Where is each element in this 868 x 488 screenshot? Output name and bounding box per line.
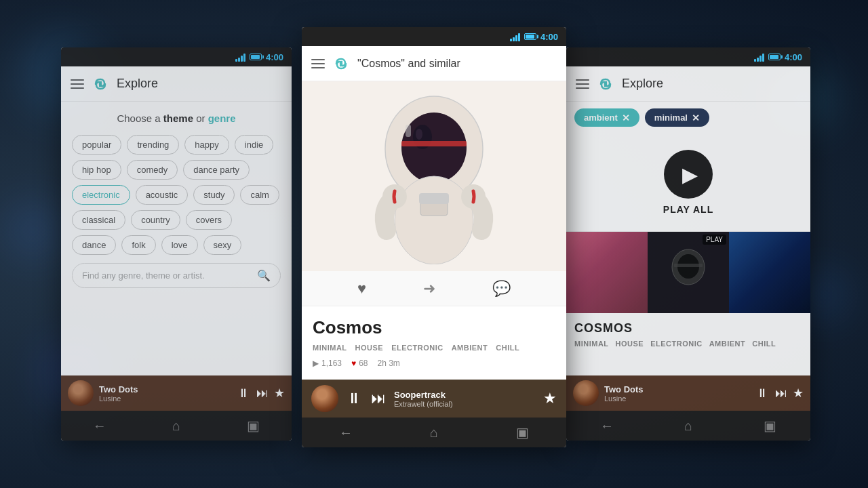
tag-calm[interactable]: calm — [240, 185, 279, 205]
tag-sexy[interactable]: sexy — [203, 235, 242, 255]
center-like-btn[interactable]: ♥ — [357, 280, 366, 298]
right-tag-electronic: ELECTRONIC — [650, 340, 703, 348]
center-back-btn[interactable]: ← — [332, 419, 359, 446]
signal-bar-3 — [241, 56, 243, 62]
right-signal-4 — [762, 54, 764, 62]
right-album-2[interactable]: PLAY — [648, 232, 729, 313]
play-count-icon: ▶ — [313, 359, 319, 368]
filter-minimal[interactable]: minimal ✕ — [645, 108, 709, 127]
filter-ambient-remove[interactable]: ✕ — [622, 113, 630, 123]
filter-minimal-remove[interactable]: ✕ — [692, 113, 700, 123]
tag-dance[interactable]: dance — [72, 235, 116, 255]
left-next-btn[interactable]: ⏭ — [256, 386, 269, 401]
filter-ambient[interactable]: ambient ✕ — [574, 108, 639, 127]
left-np-title: Two Dots — [99, 384, 232, 394]
center-next-btn[interactable]: ⏭ — [371, 390, 386, 407]
tag-covers[interactable]: covers — [186, 210, 232, 230]
svg-rect-4 — [401, 141, 467, 146]
center-cosmos-info: Cosmos MINIMAL HOUSE ELECTRONIC AMBIENT … — [302, 306, 566, 379]
left-favorite-btn[interactable]: ★ — [274, 386, 285, 401]
center-pause-btn[interactable]: ⏸ — [347, 390, 361, 407]
svg-rect-10 — [419, 193, 449, 204]
left-np-artist: Lusine — [99, 394, 232, 403]
center-tag-chill: CHILL — [496, 344, 519, 352]
right-np-thumb-img — [573, 380, 599, 406]
center-stat-like: ♥ 68 — [351, 359, 368, 368]
center-np-title: Soopertrack — [394, 390, 535, 400]
left-battery — [250, 54, 262, 60]
right-status-bar: 4:00 — [566, 47, 810, 66]
right-recent-btn[interactable]: ▣ — [756, 412, 783, 439]
tag-hiphop[interactable]: hip hop — [72, 160, 121, 180]
tag-electronic[interactable]: electronic — [72, 185, 130, 205]
left-np-thumb — [68, 380, 94, 406]
tag-happy[interactable]: happy — [184, 135, 229, 155]
left-np-thumb-img — [68, 380, 94, 406]
center-favorite-btn[interactable]: ★ — [543, 390, 557, 407]
like-count-icon: ♥ — [351, 359, 356, 368]
filter-ambient-label: ambient — [584, 113, 618, 123]
left-np-controls: ⏸ ⏭ — [237, 386, 269, 401]
left-back-btn[interactable]: ← — [86, 412, 113, 439]
right-cosmos-tags: MINIMAL HOUSE ELECTRONIC AMBIENT CHILL — [574, 340, 802, 348]
right-menu-icon[interactable] — [576, 79, 589, 89]
tag-indie[interactable]: indie — [235, 135, 273, 155]
right-tag-minimal: MINIMAL — [574, 340, 609, 348]
left-recent-btn[interactable]: ▣ — [239, 412, 267, 439]
theme-bold: theme — [163, 113, 193, 124]
center-share-btn[interactable]: ➜ — [423, 280, 435, 298]
right-play-all-label: PLAY ALL — [663, 204, 713, 215]
tag-comedy[interactable]: comedy — [127, 160, 178, 180]
screens-container: 4:00 Explore Choose a theme or genre pop… — [0, 0, 868, 488]
filter-minimal-label: minimal — [654, 113, 688, 123]
tag-popular[interactable]: popular — [72, 135, 121, 155]
tag-dance-party[interactable]: dance party — [183, 160, 250, 180]
right-filter-row: ambient ✕ minimal ✕ — [566, 102, 810, 134]
left-search-icon[interactable]: 🔍 — [257, 269, 271, 282]
center-tag-electronic: ELECTRONIC — [391, 344, 443, 352]
tag-folk[interactable]: folk — [121, 235, 155, 255]
left-pause-btn[interactable]: ⏸ — [237, 386, 250, 401]
center-comment-btn[interactable]: 💬 — [492, 280, 511, 298]
svg-rect-13 — [674, 264, 703, 267]
tag-study[interactable]: study — [193, 185, 235, 205]
genre-link[interactable]: genre — [208, 113, 236, 124]
center-recent-btn[interactable]: ▣ — [509, 419, 536, 446]
left-explore-content: Choose a theme or genre popular trending… — [61, 102, 292, 299]
right-favorite-btn[interactable]: ★ — [793, 386, 804, 401]
center-cosmos-tags: MINIMAL HOUSE ELECTRONIC AMBIENT CHILL — [313, 344, 555, 352]
tag-country[interactable]: country — [131, 210, 180, 230]
center-now-playing: ⏸ ⏭ Soopertrack Extrawelt (official) ★ — [302, 380, 566, 418]
left-search-row[interactable]: Find any genre, theme or artist. 🔍 — [72, 263, 281, 288]
right-play-all-btn[interactable]: ▶ — [664, 150, 713, 199]
center-battery — [524, 33, 536, 40]
center-np-artist: Extrawelt (official) — [394, 400, 535, 408]
right-battery-fill — [770, 55, 778, 59]
right-nav-bar: ← ⌂ ▣ — [566, 411, 810, 441]
tag-trending[interactable]: trending — [127, 135, 179, 155]
center-action-row: ♥ ➜ 💬 — [302, 271, 566, 306]
left-menu-icon[interactable] — [71, 79, 84, 89]
center-signal-4 — [518, 33, 520, 41]
tag-classical[interactable]: classical — [72, 210, 125, 230]
tag-love[interactable]: love — [161, 235, 198, 255]
center-play-count: 1,163 — [321, 359, 342, 368]
center-np-thumb — [311, 385, 338, 412]
right-album-3[interactable] — [729, 232, 810, 313]
tag-acoustic[interactable]: acoustic — [136, 185, 189, 205]
right-pause-btn[interactable]: ⏸ — [756, 386, 768, 401]
right-back-btn[interactable]: ← — [593, 412, 620, 439]
center-stat-play: ▶ 1,163 — [313, 359, 342, 368]
center-menu-icon[interactable] — [311, 59, 325, 68]
svg-point-3 — [416, 129, 422, 140]
right-home-btn[interactable]: ⌂ — [675, 412, 702, 439]
left-status-bar: 4:00 — [61, 47, 292, 66]
right-next-btn[interactable]: ⏭ — [775, 386, 787, 401]
right-cosmos-info: COSMOS MINIMAL HOUSE ELECTRONIC AMBIENT … — [566, 313, 810, 356]
center-home-btn[interactable]: ⌂ — [420, 419, 448, 446]
signal-bar-4 — [243, 54, 245, 62]
right-album-1[interactable] — [566, 232, 648, 313]
center-hamburger-1 — [311, 59, 325, 60]
right-cosmos-title: COSMOS — [574, 321, 802, 336]
left-home-btn[interactable]: ⌂ — [163, 412, 190, 439]
